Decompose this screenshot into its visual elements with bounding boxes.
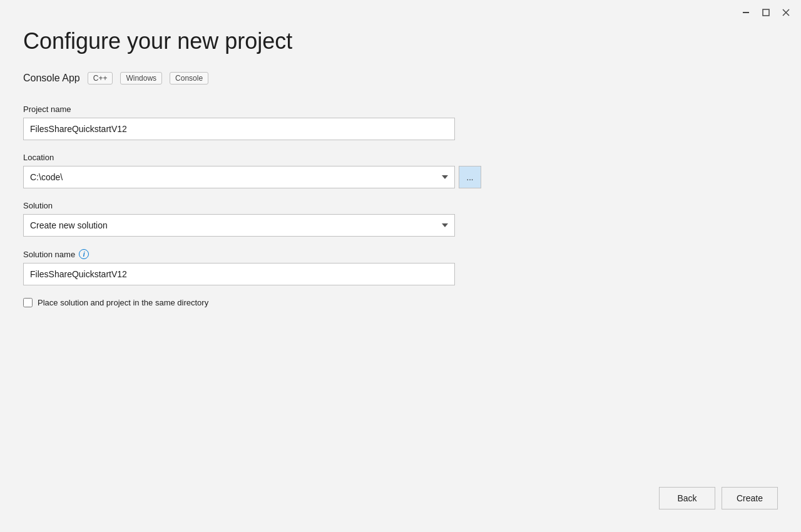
project-name-label: Project name [23, 105, 778, 114]
svg-rect-1 [763, 9, 769, 16]
tag-cpp: C++ [88, 72, 113, 84]
close-icon[interactable] [781, 8, 791, 18]
same-directory-label: Place solution and project in the same d… [38, 298, 208, 307]
solution-name-info-icon[interactable]: i [79, 249, 89, 259]
location-select[interactable]: C:\code\ [23, 166, 455, 188]
project-name-input[interactable] [23, 118, 455, 140]
solution-name-input[interactable] [23, 263, 455, 285]
svg-rect-0 [743, 12, 749, 13]
solution-name-label: Solution name i [23, 249, 778, 259]
solution-label: Solution [23, 201, 778, 210]
back-button[interactable]: Back [659, 487, 715, 509]
tag-windows: Windows [120, 72, 162, 84]
browse-button[interactable]: ... [459, 166, 481, 188]
create-button[interactable]: Create [722, 487, 778, 509]
location-label: Location [23, 153, 778, 162]
maximize-icon[interactable] [761, 8, 771, 18]
project-type-label: Console App [23, 73, 80, 84]
tag-console: Console [170, 72, 208, 84]
minimize-icon[interactable] [741, 8, 751, 18]
page-title: Configure your new project [23, 28, 778, 54]
same-directory-checkbox[interactable] [23, 298, 33, 307]
solution-select[interactable]: Create new solution Add to solution [23, 214, 455, 237]
